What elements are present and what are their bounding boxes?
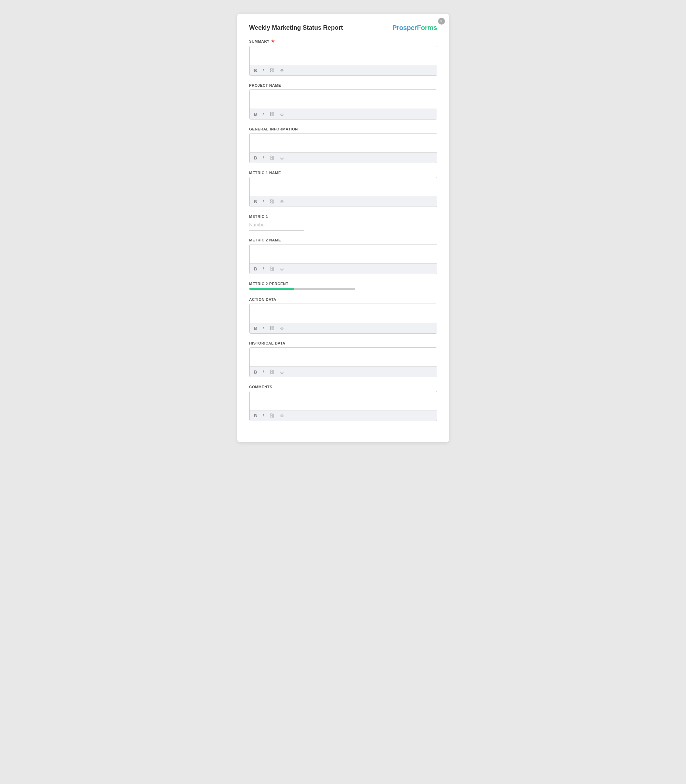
field-label-project-name: PROJECT NAME (249, 83, 437, 87)
metric-2-name-link-button[interactable]: ⛓ (268, 266, 275, 272)
metric-1-name-bold-button[interactable]: B (253, 199, 258, 204)
field-group-metric-1-name: METRIC 1 NAME B I ⛓ ☺ (249, 171, 437, 207)
close-button[interactable]: × (438, 18, 445, 24)
form-header: Weekly Marketing Status Report Prosper F… (249, 24, 437, 32)
action-data-italic-button[interactable]: I (261, 325, 265, 331)
action-data-toolbar: B I ⛓ ☺ (250, 323, 437, 333)
field-label-metric-1-name: METRIC 1 NAME (249, 171, 437, 175)
metric-2-name-italic-button[interactable]: I (261, 266, 265, 272)
brand-prosper: Prosper (392, 24, 417, 32)
metric-2-name-toolbar: B I ⛓ ☺ (250, 263, 437, 274)
project-name-input[interactable] (250, 90, 437, 109)
historical-data-emoji-button[interactable]: ☺ (279, 369, 286, 375)
field-group-action-data: ACTION DATA B I ⛓ ☺ (249, 297, 437, 333)
general-information-italic-button[interactable]: I (261, 155, 265, 161)
summary-link-button[interactable]: ⛓ (268, 67, 275, 74)
summary-emoji-button[interactable]: ☺ (279, 67, 286, 74)
project-name-editor: B I ⛓ ☺ (249, 90, 437, 119)
field-group-metric-1: METRIC 1 (249, 214, 437, 230)
form-title: Weekly Marketing Status Report (249, 24, 343, 32)
summary-editor: B I ⛓ ☺ (249, 46, 437, 76)
general-information-editor: B I ⛓ ☺ (249, 133, 437, 163)
comments-emoji-button[interactable]: ☺ (279, 413, 286, 419)
field-label-metric-2-name: METRIC 2 NAME (249, 238, 437, 242)
summary-italic-button[interactable]: I (261, 68, 265, 74)
project-name-emoji-button[interactable]: ☺ (279, 111, 286, 117)
field-label-metric-2-percent: METRIC 2 PERCENT (249, 282, 437, 286)
comments-bold-button[interactable]: B (253, 413, 258, 419)
metric-2-percent-wrapper (249, 288, 437, 290)
field-label-summary: SUMMARY ★ (249, 39, 437, 44)
summary-toolbar: B I ⛓ ☺ (250, 65, 437, 75)
historical-data-editor: B I ⛓ ☺ (249, 347, 437, 377)
general-information-bold-button[interactable]: B (253, 155, 258, 161)
metric-1-input-wrapper (249, 220, 304, 230)
historical-data-link-button[interactable]: ⛓ (268, 369, 275, 375)
project-name-bold-button[interactable]: B (253, 111, 258, 117)
metric-1-input[interactable] (249, 220, 304, 229)
field-group-metric-2-name: METRIC 2 NAME B I ⛓ ☺ (249, 238, 437, 274)
field-label-historical-data: HISTORICAL DATA (249, 341, 437, 345)
brand-logo: Prosper Forms (392, 24, 437, 32)
field-label-action-data: ACTION DATA (249, 297, 437, 302)
metric-1-name-link-button[interactable]: ⛓ (268, 198, 275, 204)
metric-1-name-italic-button[interactable]: I (261, 199, 265, 204)
comments-toolbar: B I ⛓ ☺ (250, 410, 437, 421)
field-group-project-name: PROJECT NAME B I ⛓ ☺ (249, 83, 437, 119)
historical-data-toolbar: B I ⛓ ☺ (250, 366, 437, 377)
metric-1-name-input[interactable] (250, 177, 437, 196)
project-name-toolbar: B I ⛓ ☺ (250, 109, 437, 119)
metric-1-name-toolbar: B I ⛓ ☺ (250, 196, 437, 207)
metric-2-name-input[interactable] (250, 245, 437, 263)
summary-bold-button[interactable]: B (253, 68, 258, 74)
historical-data-bold-button[interactable]: B (253, 369, 258, 375)
required-indicator: ★ (271, 39, 275, 44)
metric-1-name-editor: B I ⛓ ☺ (249, 177, 437, 207)
historical-data-italic-button[interactable]: I (261, 369, 265, 375)
field-group-summary: SUMMARY ★ B I ⛓ ☺ (249, 39, 437, 76)
comments-italic-button[interactable]: I (261, 413, 265, 419)
brand-forms: Forms (417, 24, 437, 32)
historical-data-input[interactable] (250, 348, 437, 366)
general-information-input[interactable] (250, 134, 437, 152)
field-group-general-information: GENERAL INFORMATION B I ⛓ ☺ (249, 127, 437, 163)
field-label-metric-1: METRIC 1 (249, 214, 437, 219)
general-information-emoji-button[interactable]: ☺ (279, 155, 286, 161)
metric-1-name-emoji-button[interactable]: ☺ (279, 198, 286, 204)
action-data-link-button[interactable]: ⛓ (268, 325, 275, 331)
metric-2-name-bold-button[interactable]: B (253, 266, 258, 272)
field-label-comments: COMMENTS (249, 385, 437, 389)
general-information-toolbar: B I ⛓ ☺ (250, 152, 437, 163)
comments-input[interactable] (250, 391, 437, 410)
close-icon: × (440, 19, 443, 23)
field-group-comments: COMMENTS B I ⛓ ☺ (249, 385, 437, 421)
field-group-historical-data: HISTORICAL DATA B I ⛓ ☺ (249, 341, 437, 377)
action-data-bold-button[interactable]: B (253, 325, 258, 331)
metric-2-name-emoji-button[interactable]: ☺ (279, 266, 286, 272)
metric-2-name-editor: B I ⛓ ☺ (249, 244, 437, 274)
comments-link-button[interactable]: ⛓ (268, 413, 275, 419)
field-group-metric-2-percent: METRIC 2 PERCENT (249, 282, 437, 290)
action-data-emoji-button[interactable]: ☺ (279, 325, 286, 331)
comments-editor: B I ⛓ ☺ (249, 391, 437, 421)
metric-2-percent-slider[interactable] (249, 288, 355, 290)
field-label-general-information: GENERAL INFORMATION (249, 127, 437, 131)
summary-input[interactable] (250, 46, 437, 65)
form-container: × Weekly Marketing Status Report Prosper… (237, 14, 449, 442)
general-information-link-button[interactable]: ⛓ (268, 155, 275, 161)
project-name-italic-button[interactable]: I (261, 111, 265, 117)
action-data-editor: B I ⛓ ☺ (249, 304, 437, 333)
action-data-input[interactable] (250, 304, 437, 323)
project-name-link-button[interactable]: ⛓ (268, 111, 275, 117)
